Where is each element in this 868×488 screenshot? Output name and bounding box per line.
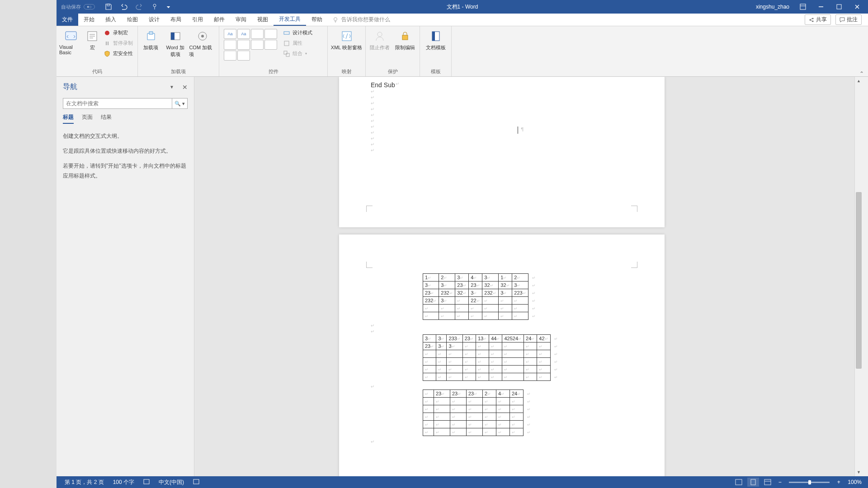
nav-tab-results[interactable]: 结果 bbox=[101, 113, 112, 124]
tab-help[interactable]: 帮助 bbox=[306, 14, 328, 26]
view-web-layout-icon[interactable] bbox=[762, 478, 774, 487]
nav-tab-headings[interactable]: 标题 bbox=[63, 113, 74, 124]
table-row[interactable]: ↵23↵23↵23↵2↵4↵24↵↵ bbox=[423, 390, 533, 398]
control-item[interactable]: Aa bbox=[237, 29, 250, 39]
table-cell[interactable]: ↵ bbox=[496, 398, 510, 405]
qat-dropdown-icon[interactable]: ⏷ bbox=[166, 5, 171, 9]
status-spellcheck-icon[interactable] bbox=[139, 479, 154, 486]
tab-review[interactable]: 审阅 bbox=[230, 14, 252, 26]
table-cell[interactable]: 3↵ bbox=[455, 274, 469, 282]
status-macro-icon[interactable] bbox=[189, 479, 204, 486]
share-button[interactable]: 共享 bbox=[805, 14, 831, 25]
table-cell[interactable]: ↵ bbox=[434, 421, 450, 428]
table-cell[interactable]: ↵ bbox=[483, 421, 496, 428]
table-cell[interactable]: ↵ bbox=[483, 413, 496, 421]
table-cell[interactable]: 24↵ bbox=[524, 335, 537, 343]
table-cell[interactable]: ↵ bbox=[499, 312, 512, 320]
table-cell[interactable]: ↵ bbox=[537, 343, 550, 350]
table-row[interactable]: 3↵3↵23↵23↵32↵32↵3↵↵ bbox=[423, 282, 538, 289]
table-cell[interactable]: ↵ bbox=[455, 312, 469, 320]
nav-close-icon[interactable]: ✕ bbox=[182, 84, 188, 91]
design-mode-button[interactable]: 设计模式 bbox=[282, 29, 314, 37]
table-row[interactable]: ↵↵↵↵↵↵↵↵↵↵ bbox=[423, 373, 560, 381]
table-cell[interactable]: ↵ bbox=[483, 405, 496, 413]
table-cell[interactable]: 42524↵ bbox=[502, 335, 524, 343]
table-row[interactable]: ↵↵↵↵↵↵↵↵ bbox=[423, 312, 538, 320]
table-cell[interactable]: 44↵ bbox=[489, 335, 502, 343]
table-cell[interactable]: 3↵ bbox=[423, 335, 436, 343]
addins-button[interactable]: 加载项 bbox=[141, 28, 161, 52]
macro-security-button[interactable]: 宏安全性 bbox=[102, 50, 135, 57]
table-cell[interactable]: ↵ bbox=[510, 405, 524, 413]
table-cell[interactable]: ↵ bbox=[434, 398, 450, 405]
table-row[interactable]: 3↵3↵233↵23↵13↵44↵42524↵24↵42↵↵ bbox=[423, 335, 560, 343]
table-cell[interactable]: ↵ bbox=[502, 373, 524, 381]
table-cell[interactable]: ↵ bbox=[489, 350, 502, 358]
table-cell[interactable]: 23↵ bbox=[434, 390, 450, 398]
table-cell[interactable]: 223↵ bbox=[512, 289, 528, 297]
document-table-2[interactable]: 3↵3↵233↵23↵13↵44↵42524↵24↵42↵↵23↵3↵3↵↵↵↵… bbox=[423, 334, 560, 381]
table-cell[interactable]: ↵ bbox=[423, 358, 436, 366]
table-cell[interactable]: 13↵ bbox=[476, 335, 489, 343]
table-row[interactable]: ↵↵↵↵↵↵↵↵ bbox=[423, 428, 533, 436]
table-cell[interactable]: ↵ bbox=[496, 428, 510, 436]
table-cell[interactable]: ↵ bbox=[512, 305, 528, 312]
table-cell[interactable]: 232↵ bbox=[423, 297, 439, 305]
table-row[interactable]: ↵↵↵↵↵↵↵↵↵↵ bbox=[423, 350, 560, 358]
table-cell[interactable]: 3↵ bbox=[439, 297, 455, 305]
table-cell[interactable]: ↵ bbox=[499, 297, 512, 305]
status-page[interactable]: 第 1 页，共 2 页 bbox=[60, 479, 108, 486]
table-cell[interactable]: 2↵ bbox=[483, 390, 496, 398]
table-cell[interactable]: ↵ bbox=[423, 413, 434, 421]
tab-file[interactable]: 文件 bbox=[57, 14, 78, 26]
com-addins-button[interactable]: COM 加载项 bbox=[189, 28, 216, 59]
comments-button[interactable]: 批注 bbox=[835, 14, 862, 25]
table-cell[interactable]: 32↵ bbox=[499, 282, 512, 289]
table-cell[interactable]: 3↵ bbox=[436, 343, 447, 350]
zoom-out-button[interactable]: − bbox=[776, 479, 783, 485]
table-cell[interactable]: ↵ bbox=[434, 405, 450, 413]
ribbon-display-options-icon[interactable] bbox=[798, 2, 807, 11]
table-cell[interactable]: ↵ bbox=[510, 421, 524, 428]
table-cell[interactable]: 32↵ bbox=[455, 289, 469, 297]
document-page-2[interactable]: 1↵2↵3↵4↵3↵1↵2↵↵3↵3↵23↵23↵32↵32↵3↵↵23↵232… bbox=[339, 235, 665, 476]
record-macro-button[interactable]: 录制宏 bbox=[102, 29, 135, 37]
table-cell[interactable]: ↵ bbox=[502, 358, 524, 366]
table-row[interactable]: ↵↵↵↵↵↵↵↵↵↵ bbox=[423, 358, 560, 366]
table-cell[interactable]: 3↵ bbox=[512, 282, 528, 289]
table-cell[interactable]: 2↵ bbox=[512, 274, 528, 282]
zoom-slider[interactable] bbox=[789, 482, 830, 483]
table-cell[interactable]: 232↵ bbox=[482, 289, 499, 297]
tab-layout[interactable]: 布局 bbox=[165, 14, 187, 26]
table-cell[interactable]: ↵ bbox=[510, 413, 524, 421]
table-cell[interactable]: ↵ bbox=[447, 358, 462, 366]
table-cell[interactable]: ↵ bbox=[423, 428, 434, 436]
table-cell[interactable]: ↵ bbox=[450, 428, 467, 436]
table-cell[interactable]: ↵ bbox=[467, 428, 483, 436]
tab-insert[interactable]: 插入 bbox=[100, 14, 122, 26]
status-word-count[interactable]: 100 个字 bbox=[108, 479, 139, 486]
table-cell[interactable]: ↵ bbox=[476, 343, 489, 350]
table-cell[interactable]: ↵ bbox=[447, 350, 462, 358]
control-item[interactable] bbox=[264, 40, 277, 50]
table-cell[interactable]: ↵ bbox=[489, 358, 502, 366]
control-item[interactable] bbox=[224, 51, 236, 61]
table-cell[interactable]: 23↵ bbox=[450, 390, 467, 398]
ribbon-collapse-icon[interactable]: ⌃ bbox=[858, 26, 865, 77]
table-cell[interactable]: ↵ bbox=[499, 305, 512, 312]
table-cell[interactable]: ↵ bbox=[469, 312, 482, 320]
table-cell[interactable]: ↵ bbox=[450, 405, 467, 413]
nav-dropdown-icon[interactable]: ▼ bbox=[170, 84, 174, 89]
table-row[interactable]: ↵↵↵↵↵↵↵↵ bbox=[423, 405, 533, 413]
table-cell[interactable]: ↵ bbox=[436, 373, 447, 381]
view-read-mode-icon[interactable] bbox=[733, 478, 745, 487]
nav-search[interactable]: 🔍 ▾ bbox=[63, 98, 188, 109]
table-cell[interactable]: ↵ bbox=[482, 312, 499, 320]
table-cell[interactable]: ↵ bbox=[502, 350, 524, 358]
table-cell[interactable]: 3↵ bbox=[447, 343, 462, 350]
table-cell[interactable]: 3↵ bbox=[439, 282, 455, 289]
table-row[interactable]: 232↵3↵↵22↵↵↵↵↵ bbox=[423, 297, 538, 305]
table-cell[interactable]: 42↵ bbox=[537, 335, 550, 343]
table-cell[interactable]: ↵ bbox=[423, 398, 434, 405]
user-name[interactable]: xingshu_zhao bbox=[756, 4, 789, 10]
